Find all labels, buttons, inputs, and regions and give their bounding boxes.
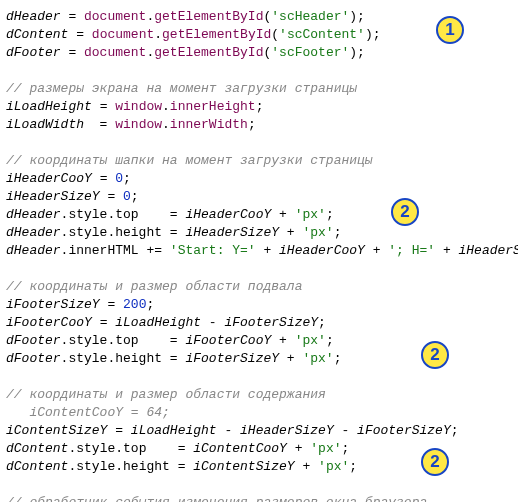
annotation-badge-1: 1 <box>436 16 464 44</box>
comment: // обработчик события изменения размеров… <box>6 495 427 502</box>
comment: // координаты и размер области содержани… <box>6 387 326 402</box>
annotation-badge-2: 2 <box>391 198 419 226</box>
comment: // координаты шапки на момент загрузки с… <box>6 153 373 168</box>
comment: // координаты и размер области подвала <box>6 279 302 294</box>
code-block: dHeader = document.getElementById('scHea… <box>6 8 512 502</box>
annotation-badge-4: 2 <box>421 448 449 476</box>
comment: iContentCooY = 64; <box>6 405 170 420</box>
code-snippet: dHeader = document.getElementById('scHea… <box>6 8 512 502</box>
annotation-badge-3: 2 <box>421 341 449 369</box>
var: dHeader <box>6 9 61 24</box>
comment: // размеры экрана на момент загрузки стр… <box>6 81 357 96</box>
